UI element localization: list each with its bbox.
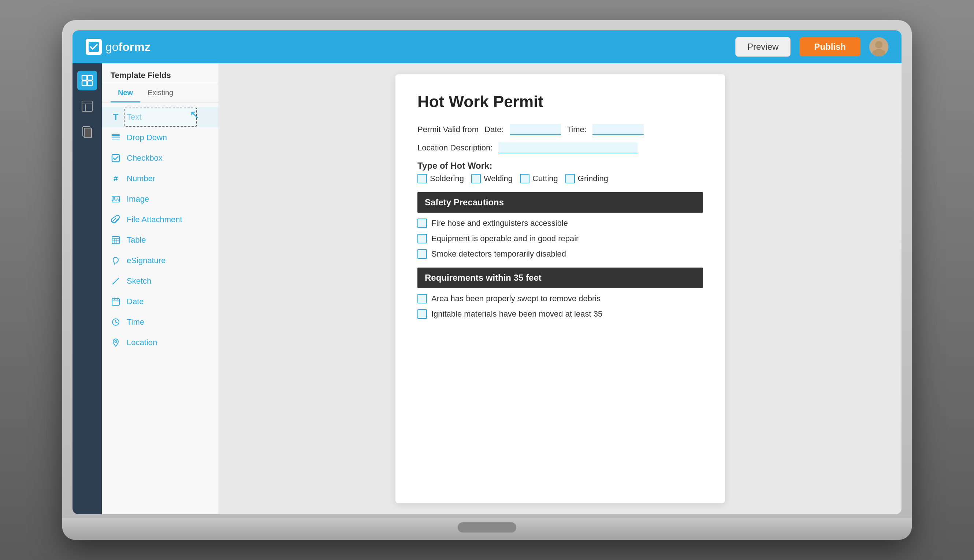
date-icon bbox=[110, 297, 121, 307]
location-row: Location Description: bbox=[417, 142, 703, 153]
field-item-text[interactable]: T Text ↖ bbox=[102, 107, 218, 127]
svg-rect-7 bbox=[87, 81, 92, 86]
svg-point-2 bbox=[875, 41, 882, 48]
safety-label-0: Fire hose and extinguisters accessible bbox=[431, 218, 568, 228]
tab-new[interactable]: New bbox=[110, 84, 140, 102]
field-item-table[interactable]: Table bbox=[102, 230, 218, 250]
preview-button[interactable]: Preview bbox=[735, 37, 791, 57]
checkbox-icon bbox=[110, 153, 121, 163]
form-document: Hot Work Permit Permit Valid from Date: … bbox=[395, 74, 725, 503]
sidebar-item-layout[interactable] bbox=[77, 96, 97, 116]
cutting-checkbox[interactable] bbox=[520, 174, 529, 183]
hot-work-soldering: Soldering bbox=[417, 174, 464, 183]
time-icon bbox=[110, 317, 121, 327]
sidebar-item-pages[interactable] bbox=[77, 122, 97, 142]
location-input[interactable] bbox=[499, 142, 637, 153]
req-item-0: Area has been properly swept to remove d… bbox=[417, 294, 703, 303]
fields-tabs: New Existing bbox=[102, 84, 218, 102]
number-icon: # bbox=[110, 173, 121, 184]
field-label-table: Table bbox=[127, 235, 146, 245]
field-item-dropdown[interactable]: Drop Down bbox=[102, 127, 218, 148]
attachment-icon bbox=[110, 215, 121, 225]
permit-row: Permit Valid from Date: Time: bbox=[417, 124, 703, 135]
grinding-checkbox[interactable] bbox=[565, 174, 575, 183]
req-item-1: Ignitable materials have been moved at l… bbox=[417, 309, 703, 319]
svg-rect-14 bbox=[112, 137, 120, 138]
field-item-sketch[interactable]: Sketch bbox=[102, 271, 218, 292]
svg-rect-6 bbox=[82, 81, 87, 86]
field-label-time: Time bbox=[127, 317, 144, 327]
field-label-number: Number bbox=[127, 174, 155, 183]
text-icon: T bbox=[110, 112, 121, 122]
time-label: Time: bbox=[567, 125, 587, 134]
safety-item-2: Smoke detectors temporarily disabled bbox=[417, 249, 703, 259]
field-item-esignature[interactable]: eSignature bbox=[102, 250, 218, 271]
publish-button[interactable]: Publish bbox=[799, 37, 861, 57]
table-icon bbox=[110, 235, 121, 245]
image-icon bbox=[110, 194, 121, 204]
esignature-icon bbox=[110, 255, 121, 266]
field-label-image: Image bbox=[127, 194, 149, 204]
requirements-section-header: Requirements within 35 feet bbox=[417, 268, 703, 288]
location-desc-label: Location Description: bbox=[417, 143, 492, 153]
safety-items: Fire hose and extinguisters accessible E… bbox=[417, 218, 703, 259]
field-item-checkbox[interactable]: Checkbox bbox=[102, 148, 218, 168]
svg-rect-27 bbox=[112, 299, 119, 305]
permit-valid-from-label: Permit Valid from bbox=[417, 125, 479, 134]
grinding-label: Grinding bbox=[578, 174, 608, 183]
sketch-icon bbox=[110, 276, 121, 286]
svg-rect-4 bbox=[82, 75, 87, 80]
logo-area: goformz bbox=[86, 39, 150, 55]
location-icon bbox=[110, 337, 121, 348]
field-label-date: Date bbox=[127, 297, 143, 307]
svg-rect-5 bbox=[87, 75, 92, 80]
tab-existing[interactable]: Existing bbox=[140, 84, 180, 102]
fields-panel: Template Fields New Existing T Text bbox=[102, 63, 219, 514]
form-preview: Hot Work Permit Permit Valid from Date: … bbox=[219, 63, 902, 514]
field-item-image[interactable]: Image bbox=[102, 189, 218, 209]
hot-work-welding: Welding bbox=[471, 174, 513, 183]
soldering-checkbox[interactable] bbox=[417, 174, 427, 183]
svg-rect-19 bbox=[112, 237, 119, 244]
svg-rect-17 bbox=[112, 196, 119, 202]
req-checkbox-1[interactable] bbox=[417, 309, 427, 319]
logo-text: goformz bbox=[105, 40, 150, 54]
avatar[interactable] bbox=[869, 37, 888, 57]
field-label-text: Text bbox=[127, 112, 141, 122]
field-item-date[interactable]: Date bbox=[102, 292, 218, 312]
field-label-dropdown: Drop Down bbox=[127, 133, 167, 142]
date-label: Date: bbox=[484, 125, 504, 134]
field-item-location[interactable]: Location bbox=[102, 332, 218, 353]
hot-work-types: Soldering Welding Cutting bbox=[417, 174, 703, 183]
safety-label-1: Equipment is operable and in good repair bbox=[431, 234, 579, 243]
field-item-number[interactable]: # Number bbox=[102, 168, 218, 189]
svg-line-33 bbox=[116, 322, 117, 323]
safety-item-1: Equipment is operable and in good repair bbox=[417, 234, 703, 243]
svg-rect-13 bbox=[112, 134, 120, 136]
safety-checkbox-2[interactable] bbox=[417, 249, 427, 259]
welding-label: Welding bbox=[484, 174, 513, 183]
sidebar-item-templates[interactable] bbox=[77, 71, 97, 90]
hot-work-type-label: Type of Hot Work: bbox=[417, 161, 703, 171]
welding-checkbox[interactable] bbox=[471, 174, 481, 183]
field-label-esignature: eSignature bbox=[127, 256, 165, 265]
safety-label-2: Smoke detectors temporarily disabled bbox=[431, 249, 566, 259]
time-input[interactable] bbox=[592, 124, 644, 135]
safety-checkbox-1[interactable] bbox=[417, 234, 427, 243]
safety-checkbox-0[interactable] bbox=[417, 218, 427, 228]
logo-icon bbox=[86, 39, 102, 55]
req-checkbox-0[interactable] bbox=[417, 294, 427, 303]
field-item-attachment[interactable]: File Attachment bbox=[102, 209, 218, 230]
date-input[interactable] bbox=[510, 124, 561, 135]
soldering-label: Soldering bbox=[430, 174, 464, 183]
field-label-sketch: Sketch bbox=[127, 276, 151, 286]
safety-item-0: Fire hose and extinguisters accessible bbox=[417, 218, 703, 228]
svg-point-18 bbox=[113, 197, 115, 199]
req-label-0: Area has been properly swept to remove d… bbox=[431, 294, 600, 303]
dropdown-icon bbox=[110, 132, 121, 143]
field-item-time[interactable]: Time bbox=[102, 312, 218, 332]
field-label-location: Location bbox=[127, 338, 157, 347]
hot-work-grinding: Grinding bbox=[565, 174, 608, 183]
top-bar: goformz Preview Publish bbox=[72, 30, 902, 63]
field-label-attachment: File Attachment bbox=[127, 215, 182, 224]
